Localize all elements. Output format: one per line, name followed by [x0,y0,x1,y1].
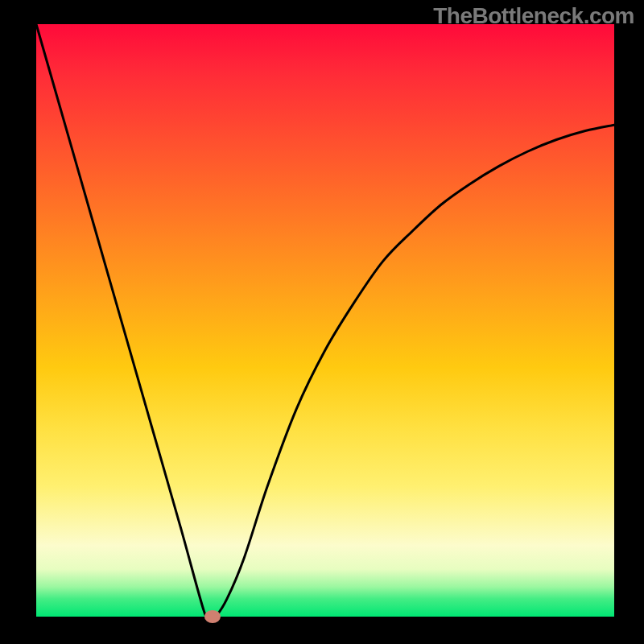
chart-container: TheBottleneck.com [0,0,644,644]
attribution-label: TheBottleneck.com [433,3,634,29]
optimum-marker [204,610,221,623]
bottleneck-curve [36,24,614,617]
plot-area [36,24,614,617]
curve-svg [36,24,614,617]
